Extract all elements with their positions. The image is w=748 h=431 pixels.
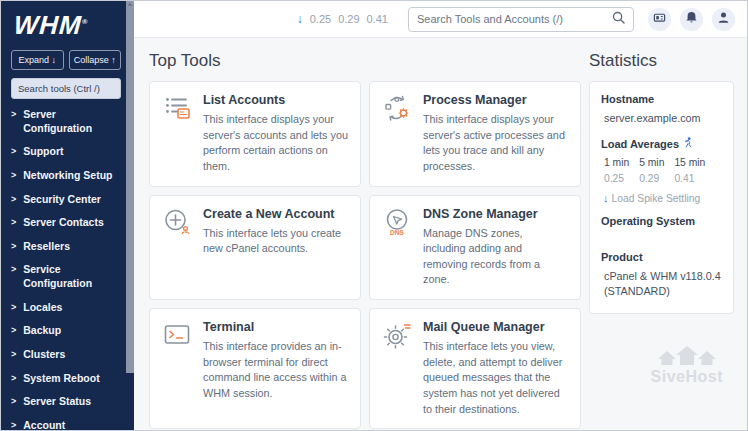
scroll-up-icon[interactable]: ^ <box>128 2 131 9</box>
whm-logo: WHM® <box>1 1 128 45</box>
product-label: Product <box>601 251 723 263</box>
sidebar-item-label: Support <box>23 145 63 159</box>
profile-button[interactable] <box>712 8 735 31</box>
operating-system-value <box>601 227 723 240</box>
svg-text:DNS: DNS <box>390 228 404 235</box>
sidebar-search-input[interactable] <box>11 78 121 99</box>
card-mail-queue-manager[interactable]: Mail Queue Manager This interface lets y… <box>369 308 581 429</box>
tool-card-description: This interface displays your server's ac… <box>423 112 568 175</box>
load-averages-label: Load Averages <box>601 138 679 150</box>
header-search-input[interactable] <box>417 13 612 25</box>
sidebar-item-label: Account Information <box>23 419 122 430</box>
chevron-right-icon: > <box>11 264 16 276</box>
load-arrow-down-icon: ↓ <box>297 12 303 26</box>
load-col-15min: 15 min <box>674 157 705 168</box>
spike-label: Load Spike Settling <box>612 193 701 204</box>
load-spike-status: ↓ Load Spike Settling <box>601 192 723 204</box>
statistics-panel: Hostname server.example.com Load Average… <box>589 81 734 314</box>
load-val-5min: 0.29 <box>639 173 664 184</box>
sidebar-item-networking-setup[interactable]: >Networking Setup <box>1 164 126 188</box>
top-tools-title: Top Tools <box>149 51 581 71</box>
load-averages-table: 1 min 5 min 15 min 0.25 0.29 0.41 <box>601 157 705 184</box>
header-search[interactable] <box>408 7 634 32</box>
sidebar-item-label: Locales <box>23 301 62 315</box>
card-list-accounts[interactable]: List Accounts This interface displays yo… <box>149 81 361 187</box>
whm-window: WHM® Expand ↓ Collapse ↑ >Server Configu… <box>0 0 748 431</box>
product-value: cPanel & WHM v118.0.4 (STANDARD) <box>601 269 723 299</box>
sidebar-item-label: Server Status <box>23 395 91 409</box>
sidebar-item-support[interactable]: >Support <box>1 140 126 164</box>
sidebar-scrollbar[interactable]: ^ <box>126 1 134 373</box>
list-accounts-icon <box>162 93 192 175</box>
keyboard-shortcuts-button[interactable] <box>648 8 671 31</box>
arrow-down-icon: ↓ <box>52 55 57 65</box>
tool-card-title[interactable]: Mail Queue Manager <box>423 320 568 334</box>
statistics-title: Statistics <box>589 51 734 71</box>
sidebar-item-label: Resellers <box>23 240 70 254</box>
top-tools-grid: List Accounts This interface displays yo… <box>149 81 581 429</box>
sidebar-item-label: Backup <box>23 324 61 338</box>
card-dns-zone-manager[interactable]: DNS DNS Zone Manager Manage DNS zones, i… <box>369 195 581 301</box>
operating-system-label: Operating System <box>601 215 723 227</box>
tool-card-description: This interface provides an in-browser te… <box>203 339 348 402</box>
hostname-label: Hostname <box>601 93 723 105</box>
sidebar-item-account-information[interactable]: >Account Information <box>1 414 126 430</box>
notifications-button[interactable] <box>680 8 703 31</box>
sidebar-item-resellers[interactable]: >Resellers <box>1 235 126 259</box>
sidebar-item-locales[interactable]: >Locales <box>1 296 126 320</box>
spike-arrow-down-icon: ↓ <box>603 192 609 204</box>
load-col-1min: 1 min <box>604 157 629 168</box>
user-icon <box>717 11 730 27</box>
search-icon <box>612 10 625 28</box>
sidebar: WHM® Expand ↓ Collapse ↑ >Server Configu… <box>1 1 134 430</box>
dns-zone-icon: DNS <box>382 207 412 289</box>
tool-card-description: This interface displays your server's ac… <box>203 112 348 175</box>
collapse-button[interactable]: Collapse ↑ <box>69 50 122 70</box>
tool-card-title[interactable]: DNS Zone Manager <box>423 207 568 221</box>
sidebar-item-label: Clusters <box>23 348 65 362</box>
tool-card-description: This interface lets you create new cPane… <box>203 226 348 257</box>
arrow-up-icon: ↑ <box>111 55 116 65</box>
chevron-right-icon: > <box>11 194 16 206</box>
sidebar-item-system-reboot[interactable]: >System Reboot <box>1 367 126 391</box>
load-1min: 0.25 <box>310 13 331 25</box>
load-activity-icon <box>683 137 693 150</box>
mail-queue-icon <box>382 320 412 417</box>
sidebar-item-server-contacts[interactable]: >Server Contacts <box>1 211 126 235</box>
tool-card-description: Manage DNS zones, including adding and r… <box>423 226 568 289</box>
sidebar-nav: >Server Configuration >Support >Networki… <box>1 103 126 430</box>
chevron-right-icon: > <box>11 241 16 253</box>
sidebar-item-clusters[interactable]: >Clusters <box>1 343 126 367</box>
card-create-new-account[interactable]: Create a New Account This interface lets… <box>149 195 361 301</box>
tool-card-title[interactable]: Terminal <box>203 320 348 334</box>
chevron-right-icon: > <box>11 396 16 408</box>
sidebar-item-security-center[interactable]: >Security Center <box>1 188 126 212</box>
tool-card-title[interactable]: List Accounts <box>203 93 348 107</box>
create-account-icon <box>162 207 192 289</box>
chevron-right-icon: > <box>11 217 16 229</box>
card-process-manager[interactable]: Process Manager This interface displays … <box>369 81 581 187</box>
load-val-1min: 0.25 <box>604 173 629 184</box>
sidebar-item-server-status[interactable]: >Server Status <box>1 390 126 414</box>
tool-card-title[interactable]: Create a New Account <box>203 207 348 221</box>
chevron-right-icon: > <box>11 170 16 182</box>
tool-card-description: This interface lets you view, delete, an… <box>423 339 568 417</box>
sidebar-item-backup[interactable]: >Backup <box>1 319 126 343</box>
main-content: Top Tools List Accounts This interface d… <box>134 38 747 430</box>
card-terminal[interactable]: Terminal This interface provides an in-b… <box>149 308 361 429</box>
terminal-icon <box>162 320 192 417</box>
chevron-right-icon: > <box>11 109 16 121</box>
sidebar-item-label: Networking Setup <box>23 169 112 183</box>
expand-button[interactable]: Expand ↓ <box>11 50 64 70</box>
sidebar-item-server-configuration[interactable]: >Server Configuration <box>1 103 126 140</box>
sidebar-item-label: Server Contacts <box>23 216 104 230</box>
sidebar-item-label: Service Configuration <box>23 263 122 290</box>
sidebar-item-label: Server Configuration <box>23 108 122 135</box>
load-val-15min: 0.41 <box>674 173 705 184</box>
top-bar: ↓ 0.25 0.29 0.41 <box>134 1 747 38</box>
load-col-5min: 5 min <box>639 157 664 168</box>
sidebar-item-label: System Reboot <box>23 372 99 386</box>
tool-card-title[interactable]: Process Manager <box>423 93 568 107</box>
sidebar-item-service-configuration[interactable]: >Service Configuration <box>1 258 126 295</box>
load-5min: 0.29 <box>338 13 359 25</box>
